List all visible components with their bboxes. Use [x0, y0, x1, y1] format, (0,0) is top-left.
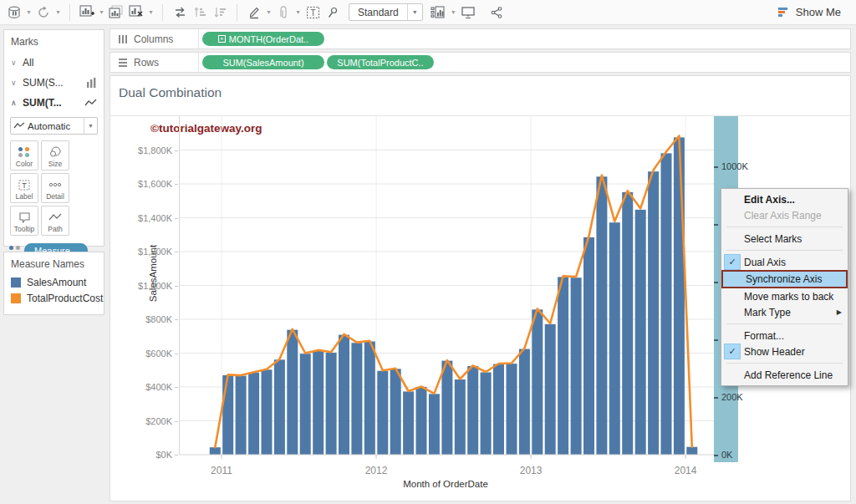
- legend-item[interactable]: SalesAmount: [4, 275, 104, 291]
- bar-mark[interactable]: [507, 364, 517, 455]
- tooltip-button[interactable]: Tooltip: [10, 206, 38, 236]
- bar-mark[interactable]: [545, 324, 556, 455]
- color-button[interactable]: Color: [10, 140, 38, 171]
- pause-auto-updates-icon[interactable]: [5, 3, 23, 22]
- bar-mark[interactable]: [455, 379, 466, 455]
- chevron-up-icon[interactable]: ∧: [11, 99, 23, 107]
- bar-mark[interactable]: [377, 371, 388, 455]
- left-axis-tick-label[interactable]: $1,000K: [122, 281, 172, 291]
- group-members-caret[interactable]: ▾: [294, 8, 302, 16]
- text-label-icon[interactable]: T: [303, 3, 322, 22]
- detail-button[interactable]: Detail: [41, 173, 69, 203]
- bar-mark[interactable]: [416, 387, 427, 455]
- pill-sum-totalproductcost[interactable]: SUM(TotalProductC..: [327, 55, 434, 69]
- clear-sheet-icon[interactable]: [127, 3, 145, 22]
- menu-item-show-header[interactable]: ✓Show Header: [721, 344, 848, 359]
- clear-sheet-caret[interactable]: ▾: [147, 8, 155, 16]
- bar-mark[interactable]: [583, 237, 594, 455]
- highlight-icon[interactable]: [245, 3, 263, 22]
- right-axis-tick-label[interactable]: 1000K: [721, 161, 748, 171]
- bar-mark[interactable]: [519, 349, 530, 456]
- swap-rows-columns-icon[interactable]: [171, 3, 189, 22]
- show-mark-labels-caret[interactable]: ▾: [450, 8, 457, 16]
- menu-item-dual-axis[interactable]: ✓Dual Axis: [721, 254, 848, 270]
- left-axis-tick-label[interactable]: $1,400K: [122, 213, 172, 223]
- left-axis-tick-label[interactable]: $600K: [122, 349, 172, 359]
- bar-mark[interactable]: [262, 369, 273, 455]
- menu-item-format[interactable]: Format...: [721, 328, 848, 344]
- pill-month-orderdate[interactable]: + MONTH(OrderDat..: [202, 32, 324, 46]
- columns-shelf[interactable]: Columns + MONTH(OrderDat..: [110, 28, 851, 49]
- expand-date-icon[interactable]: +: [218, 35, 226, 43]
- bar-mark[interactable]: [467, 366, 478, 455]
- bar-mark[interactable]: [287, 330, 298, 455]
- legend-item[interactable]: TotalProductCost: [4, 291, 104, 307]
- path-button[interactable]: Path: [41, 206, 69, 236]
- bar-mark[interactable]: [248, 373, 259, 455]
- bar-mark[interactable]: [532, 309, 543, 455]
- bar-mark[interactable]: [571, 277, 582, 455]
- left-axis-tick-label[interactable]: $1,800K: [122, 145, 172, 155]
- left-axis-tick-label[interactable]: $200K: [122, 416, 172, 426]
- menu-item-select-marks[interactable]: Select Marks: [721, 231, 848, 247]
- bar-mark[interactable]: [558, 277, 568, 455]
- x-axis-year-label[interactable]: 2011: [205, 465, 238, 476]
- new-worksheet-caret[interactable]: ▾: [98, 8, 105, 16]
- bar-mark[interactable]: [648, 171, 659, 455]
- bar-mark[interactable]: [222, 375, 233, 455]
- bar-mark[interactable]: [429, 394, 440, 455]
- sort-descending-icon[interactable]: [211, 3, 229, 22]
- chart-pane[interactable]: [179, 116, 714, 462]
- right-axis-tick-label[interactable]: 200K: [721, 392, 743, 402]
- bar-mark[interactable]: [493, 364, 504, 455]
- presentation-mode-icon[interactable]: [459, 3, 477, 22]
- menu-item-move-marks-to-back[interactable]: Move marks to back: [721, 288, 848, 304]
- fit-selector-caret[interactable]: ▾: [407, 4, 422, 20]
- bar-mark[interactable]: [596, 176, 607, 455]
- x-axis-title[interactable]: Month of OrderDate: [387, 479, 504, 489]
- bar-mark[interactable]: [622, 192, 633, 455]
- menu-item-mark-type[interactable]: Mark Type▶: [721, 304, 848, 320]
- share-icon[interactable]: [487, 3, 506, 22]
- bar-mark[interactable]: [300, 354, 311, 455]
- bar-mark[interactable]: [326, 353, 337, 455]
- fit-selector[interactable]: Standard ▾: [349, 3, 423, 21]
- mark-type-caret[interactable]: ▾: [84, 118, 97, 134]
- line-mark[interactable]: [215, 136, 692, 448]
- left-axis-tick-label[interactable]: $0K: [122, 450, 172, 460]
- bar-mark[interactable]: [661, 153, 672, 455]
- show-me-button[interactable]: Show Me: [770, 6, 849, 18]
- pause-auto-updates-caret[interactable]: ▾: [25, 8, 33, 16]
- bar-mark[interactable]: [210, 447, 221, 455]
- x-axis-year-label[interactable]: 2014: [669, 465, 702, 476]
- bar-mark[interactable]: [403, 391, 414, 455]
- bar-mark[interactable]: [481, 373, 492, 456]
- chevron-down-icon[interactable]: ∨: [11, 79, 23, 87]
- left-axis-tick-label[interactable]: $1,200K: [122, 247, 172, 257]
- left-axis-tick-label[interactable]: $400K: [122, 382, 172, 392]
- bar-mark[interactable]: [686, 447, 697, 455]
- bar-mark[interactable]: [339, 335, 349, 455]
- bar-mark[interactable]: [635, 210, 646, 455]
- duplicate-sheet-icon[interactable]: [107, 3, 125, 22]
- marks-row-all[interactable]: ∨ All: [4, 53, 104, 73]
- x-axis-year-label[interactable]: 2012: [359, 465, 393, 476]
- run-update-icon[interactable]: [34, 3, 53, 22]
- sort-ascending-icon[interactable]: [191, 3, 209, 22]
- highlight-caret[interactable]: ▾: [265, 8, 273, 16]
- x-axis-year-label[interactable]: 2013: [514, 465, 548, 476]
- marks-row-sum-totalproductcost[interactable]: ∧ SUM(T...: [4, 93, 104, 113]
- run-update-caret[interactable]: ▾: [54, 8, 62, 16]
- show-mark-labels-icon[interactable]: [430, 3, 448, 22]
- left-axis-tick-label[interactable]: $800K: [122, 314, 172, 324]
- bar-mark[interactable]: [609, 222, 620, 455]
- bar-mark[interactable]: [390, 369, 401, 455]
- bar-mark[interactable]: [674, 137, 685, 455]
- menu-item-edit-axis[interactable]: Edit Axis...: [721, 191, 848, 207]
- size-button[interactable]: Size: [41, 140, 69, 171]
- chevron-down-icon[interactable]: ∨: [11, 59, 23, 67]
- new-worksheet-icon[interactable]: [78, 3, 96, 22]
- bar-mark[interactable]: [364, 342, 375, 456]
- bar-mark[interactable]: [236, 376, 247, 455]
- label-button[interactable]: T Label: [10, 173, 38, 203]
